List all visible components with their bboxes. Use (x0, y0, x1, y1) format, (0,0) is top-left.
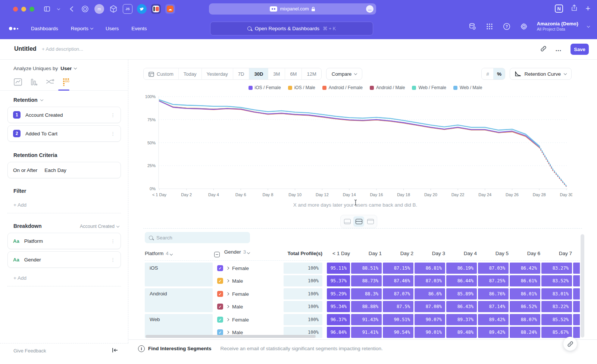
layout-split-button[interactable] (353, 216, 364, 227)
flow-view-icon[interactable] (46, 78, 54, 87)
filter-add-button[interactable]: + Add (7, 197, 121, 213)
platform-column-header[interactable]: Platform4 (145, 251, 213, 256)
nav-reports[interactable]: Reports (71, 26, 93, 31)
nav-users[interactable]: Users (106, 26, 119, 31)
horizontal-scrollbar[interactable] (146, 335, 316, 338)
retention-value-cell[interactable]: 86.19% (446, 263, 477, 274)
breakdown-property-name[interactable]: Gender (24, 257, 106, 263)
bird-app-icon[interactable] (137, 4, 147, 14)
bar-chart-view-icon[interactable] (29, 78, 38, 87)
retention-value-cell[interactable]: 89.37% (446, 314, 477, 325)
legend-item[interactable]: Web / Female (412, 85, 446, 90)
apps-grid-icon[interactable] (485, 22, 494, 31)
retention-value-cell[interactable]: 86.43% (446, 301, 477, 312)
retention-value-cell-clipped[interactable] (573, 301, 580, 312)
avatar-m-app-icon[interactable]: m (94, 4, 104, 14)
retention-value-cell[interactable]: 85.52% (541, 314, 572, 325)
range-6m[interactable]: 6M (285, 68, 301, 79)
retention-value-cell[interactable]: 88.88% (351, 301, 382, 312)
more-options-button[interactable]: ... (556, 46, 562, 53)
breakdown-card[interactable]: AaPlatform⋮ (7, 233, 121, 249)
minimize-window-button[interactable] (21, 7, 26, 12)
retention-value-cell[interactable]: 89.42% (478, 314, 509, 325)
retention-value-cell[interactable]: 95.11% (327, 263, 350, 274)
retention-value-cell[interactable]: 87.03% (478, 263, 509, 274)
data-management-icon[interactable] (468, 22, 476, 31)
platform-cell[interactable]: Android (145, 288, 213, 312)
retention-value-cell[interactable]: 83.01% (541, 288, 572, 299)
retention-value-cell[interactable]: 95.34% (327, 301, 350, 312)
breakdown-scope-selector[interactable]: Account Created (80, 224, 119, 229)
retention-value-cell[interactable]: 95.29% (327, 288, 350, 299)
series-checkbox[interactable]: ✓ (217, 317, 223, 323)
collapse-sidebar-icon[interactable] (112, 348, 118, 354)
retention-value-cell[interactable]: 87.07% (383, 288, 413, 299)
series-checkbox[interactable]: ✓ (217, 265, 223, 271)
layout-chart-only-button[interactable] (342, 216, 353, 227)
platform-cell[interactable]: iOS (145, 263, 213, 286)
project-switcher[interactable]: Amazonia {Demo} All Project Data (537, 21, 578, 32)
retention-value-cell[interactable]: 87.08% (415, 301, 445, 312)
target-app-icon[interactable] (80, 4, 90, 14)
retention-value-cell[interactable]: 86.01% (510, 288, 540, 299)
share-icon[interactable] (571, 4, 577, 13)
day-header[interactable]: Day 6 (510, 251, 540, 256)
report-title[interactable]: Untitled (14, 46, 37, 52)
retention-value-cell-clipped[interactable] (573, 263, 580, 274)
analyze-uniques-value[interactable]: User (60, 66, 72, 71)
retention-value-cell[interactable]: 91.41% (351, 327, 382, 338)
retention-value-cell[interactable]: 86.44% (446, 275, 477, 286)
day-header[interactable]: Day 2 (383, 251, 413, 256)
expand-row-icon[interactable] (226, 292, 229, 295)
expand-row-icon[interactable] (226, 331, 229, 334)
mixpanel-logo[interactable] (9, 27, 18, 30)
gender-select-all-checkbox[interactable] (214, 252, 220, 257)
retention-value-cell-clipped[interactable] (573, 288, 580, 299)
copy-link-icon[interactable] (540, 46, 547, 53)
step-event-name[interactable]: Added To Cart (25, 131, 106, 136)
day-header[interactable]: < 1 Day (327, 251, 350, 256)
range-30d[interactable]: 30D (249, 68, 268, 79)
absolute-mode-button[interactable]: # (482, 68, 493, 79)
sidebar-toggle-icon[interactable] (43, 5, 51, 13)
nav-events[interactable]: Events (131, 26, 147, 31)
retention-value-cell[interactable]: 88.51% (351, 263, 382, 274)
help-icon[interactable]: ? (503, 22, 511, 31)
criteria-on-or-after[interactable]: On or After (13, 167, 37, 173)
retention-value-cell[interactable]: 86.42% (510, 263, 540, 274)
retention-value-cell[interactable]: 90.51% (383, 314, 413, 325)
retention-step-card[interactable]: 1Account Created⋮ (7, 107, 121, 123)
copy-link-fab[interactable] (563, 337, 577, 351)
total-profiles-header[interactable]: Total Profile(s) (284, 251, 322, 256)
breakdown-property-name[interactable]: Platform (24, 238, 106, 244)
retention-value-cell[interactable]: 86.61% (510, 275, 540, 286)
legend-item[interactable]: Android / Female (322, 85, 363, 90)
save-button[interactable]: Save (571, 44, 589, 55)
cube-app-icon[interactable] (109, 4, 118, 14)
platform-cell[interactable]: Web (145, 314, 213, 338)
retention-value-cell[interactable]: 86.81% (415, 263, 445, 274)
retention-value-cell[interactable]: 83.52% (541, 275, 572, 286)
day-header[interactable]: Day 5 (478, 251, 509, 256)
retention-value-cell[interactable]: 89.42% (478, 327, 509, 338)
add-description-button[interactable]: + Add description... (42, 46, 83, 52)
soundcloud-app-icon[interactable]: ☁ (165, 4, 175, 14)
retention-value-cell[interactable]: 87.25% (478, 275, 509, 286)
retention-section-header[interactable]: Retention (13, 97, 43, 103)
layout-table-only-button[interactable] (365, 216, 376, 227)
range-custom[interactable]: Custom (144, 68, 178, 79)
retention-value-cell[interactable]: 88.07% (510, 314, 540, 325)
gender-label[interactable]: Female (232, 291, 249, 297)
chart-type-dropdown[interactable]: Retention Curve (510, 68, 572, 80)
zoom-window-button[interactable] (29, 7, 34, 12)
line-chart-view-icon[interactable] (13, 78, 22, 87)
retention-criteria-card[interactable]: On or After Each Day (7, 162, 121, 178)
retention-value-cell[interactable]: 88.3% (351, 288, 382, 299)
retention-step-card[interactable]: 2Added To Cart⋮ (7, 125, 121, 142)
table-search-input[interactable] (156, 235, 238, 241)
url-bar[interactable]: mixpanel.com ... (209, 3, 376, 15)
chevron-down-icon[interactable] (56, 5, 61, 13)
breakdown-options-icon[interactable]: ⋮ (110, 257, 115, 263)
series-checkbox[interactable]: ✓ (217, 278, 223, 284)
traffic-lights[interactable] (13, 7, 38, 12)
